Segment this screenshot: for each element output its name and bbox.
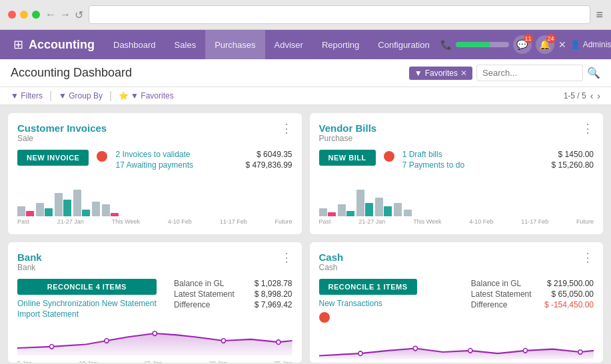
app-logo[interactable]: ⊞ Accounting xyxy=(5,37,103,52)
nav-item-configuration[interactable]: Configuration xyxy=(368,30,438,59)
nav-right-area: 📞 💬 11 🔔 24 ✕ 👤 Administrator xyxy=(440,35,611,54)
card-menu-button[interactable]: ⋮ xyxy=(582,252,594,264)
close-session-icon[interactable]: ✕ xyxy=(558,39,566,50)
cash-card: Cash Cash ⋮ RECONCILE 1 ITEMS New Transa… xyxy=(310,242,604,363)
diff-label: Difference xyxy=(174,300,210,309)
diff-label: Difference xyxy=(471,300,507,309)
filters-button[interactable]: ▼ Filters xyxy=(11,91,43,100)
stat-row-2: 7 Payments to do $ 15,260.80 xyxy=(402,160,594,170)
nav-item-dashboard[interactable]: Dashboard xyxy=(104,30,165,59)
nav-item-purchases[interactable]: Purchases xyxy=(205,30,265,59)
notifications-button[interactable]: 🔔 24 xyxy=(536,35,554,54)
remove-filter-button[interactable]: ✕ xyxy=(460,69,467,78)
diff-amount: $ 7,969.42 xyxy=(255,300,293,309)
stat1-label[interactable]: 1 Draft bills xyxy=(402,150,442,159)
stat-row-2: 17 Awaiting payments $ 479,836.99 xyxy=(115,160,292,170)
bar xyxy=(404,210,412,216)
chart-label: Future xyxy=(275,218,292,225)
bar-group-2 xyxy=(375,198,392,216)
nav-item-adviser[interactable]: Adviser xyxy=(265,30,312,59)
customer-invoices-subtitle: Sale xyxy=(17,134,107,143)
balance-gl-label: Balance in GL xyxy=(174,279,224,288)
maximize-button[interactable] xyxy=(32,11,40,19)
vendor-bills-subtitle: Purchase xyxy=(319,134,377,143)
back-button[interactable]: ← xyxy=(45,9,56,21)
prev-page-button[interactable]: ‹ xyxy=(590,91,594,101)
address-bar[interactable] xyxy=(89,5,590,24)
card-menu-button[interactable]: ⋮ xyxy=(281,252,293,264)
stat-row-1: 2 Invoices to validate $ 6049.35 xyxy=(115,150,292,159)
line-chart-labels: 5 Jan 10 Jan 15 Jan 20 Jan 25 Jan xyxy=(17,360,293,363)
online-sync-link[interactable]: Online Synchronization New Statement xyxy=(17,299,157,308)
bank-card: Bank Bank ⋮ RECONCILE 4 ITEMS Online Syn… xyxy=(8,242,302,363)
svg-point-0 xyxy=(49,344,53,349)
group-by-button[interactable]: ▼ Group By xyxy=(59,91,103,100)
line-chart-svg xyxy=(319,323,594,359)
minimize-button[interactable] xyxy=(20,11,28,19)
stat2-amount: $ 15,260.80 xyxy=(552,160,594,170)
nav-menu: Dashboard Sales Purchases Adviser Report… xyxy=(104,30,439,59)
bar xyxy=(92,202,100,216)
svg-point-3 xyxy=(221,338,225,343)
stat1-label[interactable]: 2 Invoices to validate xyxy=(115,150,190,159)
new-bill-button[interactable]: NEW BILL xyxy=(319,150,376,166)
close-button[interactable] xyxy=(8,11,16,19)
app-grid-icon[interactable]: ⊞ xyxy=(13,37,23,52)
nav-item-reporting[interactable]: Reporting xyxy=(312,30,368,59)
new-transactions-link[interactable]: New Transactions xyxy=(319,299,417,308)
phone-icon[interactable]: 📞 xyxy=(440,39,452,50)
stat2-label[interactable]: 7 Payments to do xyxy=(402,160,464,170)
bar xyxy=(82,210,90,216)
stat1-amount: $ 1450.00 xyxy=(558,150,594,159)
reconcile-cash-button[interactable]: RECONCILE 1 ITEMS xyxy=(319,279,417,295)
dashboard-grid: Customer Invoices Sale ⋮ NEW INVOICE 2 I… xyxy=(0,105,611,364)
vendor-bills-title[interactable]: Vendor Bills xyxy=(319,122,377,134)
stat1-amount: $ 6049.35 xyxy=(257,150,292,159)
status-dot xyxy=(384,151,394,162)
new-invoice-button[interactable]: NEW INVOICE xyxy=(17,150,89,166)
next-page-button[interactable]: › xyxy=(597,91,600,101)
top-navigation: ⊞ Accounting Dashboard Sales Purchases A… xyxy=(0,30,611,59)
balance-row-diff: Difference $ -154,450.00 xyxy=(471,300,594,309)
favorites-filter-tag[interactable]: ▼ Favorites ✕ xyxy=(409,67,472,80)
bar-group-week xyxy=(55,193,71,216)
cash-title[interactable]: Cash xyxy=(319,252,344,263)
card-header: Customer Invoices Sale ⋮ xyxy=(17,122,293,148)
reconcile-bank-button[interactable]: RECONCILE 4 ITEMS xyxy=(17,279,157,295)
balance-row-latest: Latest Statement $ 65,050.00 xyxy=(471,289,594,299)
chart-label: 21-27 Jan xyxy=(358,218,385,225)
forward-button[interactable]: → xyxy=(60,9,71,21)
card-menu-button[interactable]: ⋮ xyxy=(582,122,594,134)
bar xyxy=(17,206,25,216)
chart-label: Past xyxy=(319,218,331,225)
user-menu[interactable]: 👤 Administrator xyxy=(570,40,611,49)
bar xyxy=(45,208,53,216)
balance-gl-label: Balance in GL xyxy=(471,279,521,288)
bar xyxy=(111,213,119,216)
browser-menu-button[interactable]: ≡ xyxy=(596,8,603,22)
filter-icon: ▼ xyxy=(414,69,422,78)
import-statement-link[interactable]: Import Statement xyxy=(17,309,157,319)
search-input[interactable] xyxy=(476,65,583,81)
bank-title[interactable]: Bank xyxy=(17,252,42,263)
customer-invoices-title[interactable]: Customer Invoices xyxy=(17,122,107,134)
balance-row-latest: Latest Statement $ 8,998.20 xyxy=(174,289,292,299)
filter-divider: | xyxy=(49,90,52,102)
bar xyxy=(394,203,402,216)
bar xyxy=(26,211,34,216)
search-button[interactable]: 🔍 xyxy=(587,67,600,79)
chart-label: Past xyxy=(17,218,29,225)
card-menu-button[interactable]: ⋮ xyxy=(281,122,293,134)
bar xyxy=(346,211,354,216)
stat2-label[interactable]: 17 Awaiting payments xyxy=(115,160,193,170)
card-body: NEW BILL 1 Draft bills $ 1450.00 7 Payme… xyxy=(319,150,594,178)
nav-item-sales[interactable]: Sales xyxy=(165,30,206,59)
bar xyxy=(73,190,81,216)
refresh-button[interactable]: ↺ xyxy=(75,9,83,21)
bar xyxy=(102,204,110,216)
line-label: 20 Jan xyxy=(209,360,227,363)
svg-point-7 xyxy=(468,348,472,353)
traffic-lights xyxy=(8,11,40,19)
favorites-button[interactable]: ⭐ ▼ Favorites xyxy=(119,91,174,100)
messages-button[interactable]: 💬 11 xyxy=(513,35,532,54)
